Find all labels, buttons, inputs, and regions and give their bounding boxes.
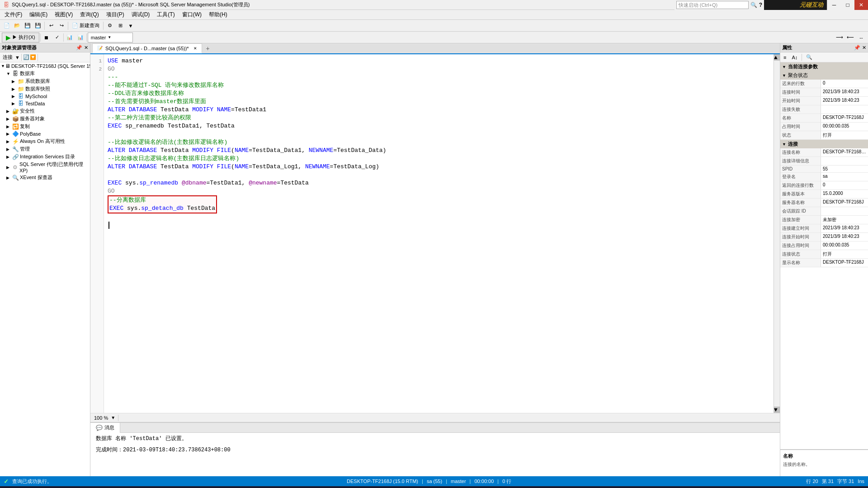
output-line-2 xyxy=(96,442,774,446)
tree-item[interactable]: ▶ 📁 系统数据库 xyxy=(0,77,90,85)
prop-row: 连接名称 DESKTOP-TF2168J (sa xyxy=(780,148,868,157)
code-line: --第二种方法需要比较高的权限 xyxy=(108,114,770,122)
close-prop-icon[interactable]: ✕ xyxy=(862,45,866,51)
section2-title: 聚合状态 xyxy=(788,72,808,79)
add-tab-btn[interactable]: + xyxy=(203,43,213,53)
close-button[interactable]: ✕ xyxy=(854,0,868,10)
code-line xyxy=(108,171,770,179)
prop-value: 55 xyxy=(821,166,868,172)
more-tools-btn[interactable]: ⚙ xyxy=(105,21,115,31)
undo-btn[interactable]: ↩ xyxy=(46,21,56,31)
stop-btn[interactable]: ⏹ xyxy=(42,33,52,43)
tree-item[interactable]: ▼ 🖥 DESKTOP-TF2168J (SQL Server 15.0 xyxy=(0,62,90,70)
output-tab-bar: 💬 消息 xyxy=(90,423,780,433)
actual-plan-btn[interactable]: 📊 xyxy=(75,33,85,43)
open-file-btn[interactable]: 📂 xyxy=(12,21,22,31)
new-query2-btn[interactable]: 📄 新建查询 xyxy=(70,21,102,31)
redo-btn[interactable]: ↪ xyxy=(57,21,66,31)
prop-section-header3[interactable]: ▼ 连接 xyxy=(780,140,868,148)
prop-section-header[interactable]: ▼ 当前连接参数 xyxy=(780,62,868,71)
folder-icon: 📁 xyxy=(17,86,24,92)
prop-label: 占用时间 xyxy=(780,123,821,131)
menu-tools[interactable]: 工具(T) xyxy=(153,10,178,19)
grid-btn[interactable]: ⊞ xyxy=(115,21,125,31)
help-icon[interactable]: ? xyxy=(759,2,762,8)
filter-icon[interactable]: 🔽 xyxy=(30,54,36,60)
pin-icon[interactable]: 📌 xyxy=(854,45,860,51)
tree-item[interactable]: ▶ 📁 数据库快照 xyxy=(0,85,90,93)
object-tree: ▼ 🖥 DESKTOP-TF2168J (SQL Server 15.0 ▼ 🗄… xyxy=(0,62,90,476)
tree-item[interactable]: ▶ ⚙ SQL Server 代理(已禁用代理 XP) xyxy=(0,161,90,174)
status-ok-text: 查询已成功执行。 xyxy=(12,478,52,485)
menu-help[interactable]: 帮助(H) xyxy=(205,10,231,19)
tree-item[interactable]: ▶ 🔗 Integration Services 目录 xyxy=(0,153,90,161)
tree-item[interactable]: ▶ 🔧 管理 xyxy=(0,145,90,153)
exec-plan-btn[interactable]: 📊 xyxy=(65,33,75,43)
expand-arrow: ▶ xyxy=(6,117,12,121)
menu-file[interactable]: 文件(F) xyxy=(1,10,26,19)
code-content[interactable]: USE master GO --- --能不能通过T-SQL 语句来修改数据库名… xyxy=(104,54,774,413)
quicklaunch-input[interactable]: 快速启动 (Ctrl+Q) xyxy=(676,1,749,9)
menu-window[interactable]: 窗口(W) xyxy=(179,10,205,19)
tree-item[interactable]: ▼ 🗄 数据库 xyxy=(0,70,90,77)
tree-item[interactable]: ▶ 📦 服务器对象 xyxy=(0,115,90,123)
tree-label: MySchool xyxy=(25,94,47,99)
tree-item[interactable]: ▶ ⚡ Always On 高可用性 xyxy=(0,137,90,145)
messages-tab[interactable]: 💬 消息 xyxy=(90,423,120,433)
minimize-button[interactable]: ─ xyxy=(827,0,841,10)
close-panel-icon[interactable]: ✕ xyxy=(84,45,88,51)
properties-panel: 属性 📌 ✕ ≡ A↕ 🔍 ▼ 当前连接参数 ▼ 聚合状态 xyxy=(780,43,868,476)
status-db: master xyxy=(451,479,466,484)
prop-row: 连接占用时间 00:00:00.035 xyxy=(780,242,868,250)
refresh-icon[interactable]: 🔄 xyxy=(23,54,29,60)
comment-btn[interactable]: -- xyxy=(856,33,866,43)
menu-edit[interactable]: 编辑(E) xyxy=(26,10,51,19)
categorize-btn[interactable]: ≡ xyxy=(781,53,788,62)
section3-title: 连接 xyxy=(788,141,798,147)
menu-view[interactable]: 视图(V) xyxy=(51,10,76,19)
tree-item[interactable]: ▶ 🗄 TestData xyxy=(0,100,90,107)
maximize-button[interactable]: □ xyxy=(841,0,854,10)
search-icon[interactable]: 🔍 xyxy=(750,2,757,8)
tree-item[interactable]: ▶ 🔐 安全性 xyxy=(0,107,90,115)
new-query-btn[interactable]: 📄 xyxy=(2,21,12,31)
zoom-dropdown[interactable]: ▼ xyxy=(111,415,115,420)
status-sep4: | xyxy=(497,479,499,484)
properties-title: 属性 xyxy=(782,44,854,51)
tree-item[interactable]: ▶ 🗄 MySchool xyxy=(0,93,90,100)
db-dropdown[interactable]: master ▼ xyxy=(88,33,133,43)
toolbar1: 📄 📂 💾 💾 ↩ ↪ 📄 新建查询 ⚙ ⊞ ▼ xyxy=(0,20,868,32)
agent-icon: ⚙ xyxy=(12,164,19,171)
tree-item[interactable]: ▶ 🔷 PolyBase xyxy=(0,130,90,137)
menu-project[interactable]: 项目(P) xyxy=(103,10,128,19)
prop-section-header2[interactable]: ▼ 聚合状态 xyxy=(780,71,868,80)
db-dropdown-arrow: ▼ xyxy=(108,35,111,39)
query-tab[interactable]: 📝 SQLQuery1.sql - D...master (sa (55))* … xyxy=(92,43,202,53)
prop-row: 连接建立时间 2021/3/9 18:40:23 xyxy=(780,224,868,233)
prop-value: DESKTOP-TF2168J xyxy=(821,114,868,122)
menu-debug[interactable]: 调试(D) xyxy=(128,10,154,19)
execute-btn[interactable]: ▶ ▶ 执行(X) xyxy=(2,33,39,43)
filter-btn[interactable]: ▼ xyxy=(126,21,136,31)
alphabetical-btn[interactable]: A↕ xyxy=(789,53,800,62)
code-line: --能不能通过T-SQL 语句来修改数据库名称 xyxy=(108,81,770,90)
expand-arrow: ▶ xyxy=(6,147,12,152)
tree-item[interactable]: ▶ 🔁 复制 xyxy=(0,123,90,130)
tree-item[interactable]: ▶ 🔍 XEvent 探查器 xyxy=(0,174,90,181)
tab-close[interactable]: ✕ xyxy=(193,46,197,51)
prop-section-current: ▼ 当前连接参数 ▼ 聚合状态 迟来的行数 0 连接时间 2021/3/9 18… xyxy=(780,62,868,267)
menu-query[interactable]: 查询(Q) xyxy=(76,10,102,19)
selected-code-block: --分离数据库 EXEC sys.sp_detach_db TestData xyxy=(108,195,217,213)
outdent-btn[interactable]: ⟵ xyxy=(845,33,855,43)
disconnect-icon[interactable]: ▼ xyxy=(15,55,20,60)
toolbar2: ▶ ▶ 执行(X) ⏹ ✓ 📊 📊 master ▼ ⟶ ⟵ -- xyxy=(0,32,868,43)
search-props-btn[interactable]: 🔍 xyxy=(804,53,815,62)
parse-btn[interactable]: ✓ xyxy=(52,33,62,43)
save-btn[interactable]: 💾 xyxy=(23,21,33,31)
indent-btn[interactable]: ⟶ xyxy=(835,33,844,43)
pin-icon[interactable]: 📌 xyxy=(76,45,82,51)
code-line: ALTER DATABASE TestData MODIFY NAME=Test… xyxy=(108,106,770,114)
prop-value: 15.0.2000 xyxy=(821,190,868,198)
save-all-btn[interactable]: 💾 xyxy=(33,21,43,31)
code-editor[interactable]: 1 2 xyxy=(90,54,780,413)
